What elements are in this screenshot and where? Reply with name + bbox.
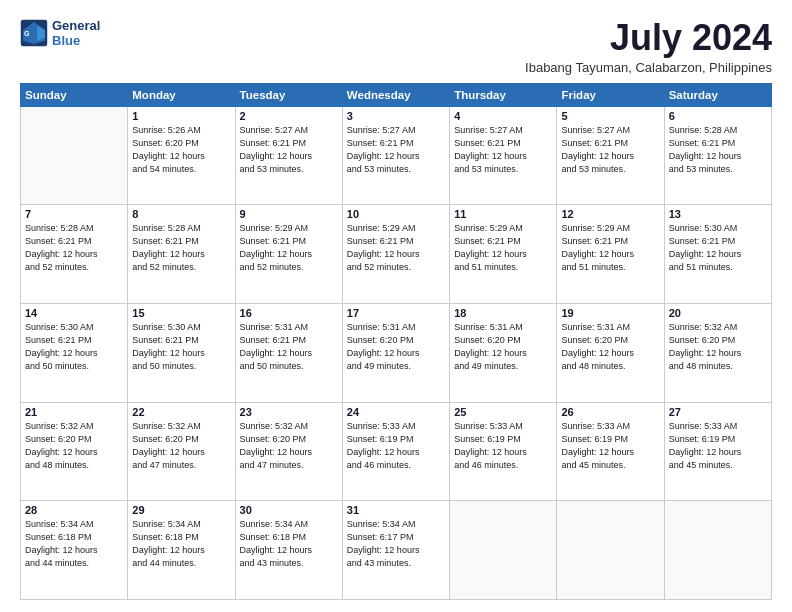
day-info: Sunrise: 5:33 AM Sunset: 6:19 PM Dayligh… bbox=[669, 420, 767, 472]
calendar-header-saturday: Saturday bbox=[664, 83, 771, 106]
day-info: Sunrise: 5:28 AM Sunset: 6:21 PM Dayligh… bbox=[669, 124, 767, 176]
logo-icon: G bbox=[20, 19, 48, 47]
day-info: Sunrise: 5:27 AM Sunset: 6:21 PM Dayligh… bbox=[347, 124, 445, 176]
day-number: 17 bbox=[347, 307, 445, 319]
day-number: 6 bbox=[669, 110, 767, 122]
day-info: Sunrise: 5:32 AM Sunset: 6:20 PM Dayligh… bbox=[669, 321, 767, 373]
calendar-cell: 1Sunrise: 5:26 AM Sunset: 6:20 PM Daylig… bbox=[128, 106, 235, 205]
day-info: Sunrise: 5:34 AM Sunset: 6:18 PM Dayligh… bbox=[25, 518, 123, 570]
day-number: 30 bbox=[240, 504, 338, 516]
calendar-cell bbox=[557, 501, 664, 600]
day-number: 3 bbox=[347, 110, 445, 122]
calendar-header-row: SundayMondayTuesdayWednesdayThursdayFrid… bbox=[21, 83, 772, 106]
calendar-cell: 11Sunrise: 5:29 AM Sunset: 6:21 PM Dayli… bbox=[450, 205, 557, 304]
day-info: Sunrise: 5:32 AM Sunset: 6:20 PM Dayligh… bbox=[132, 420, 230, 472]
calendar-cell: 20Sunrise: 5:32 AM Sunset: 6:20 PM Dayli… bbox=[664, 303, 771, 402]
day-info: Sunrise: 5:28 AM Sunset: 6:21 PM Dayligh… bbox=[25, 222, 123, 274]
day-number: 5 bbox=[561, 110, 659, 122]
calendar-week-row-5: 28Sunrise: 5:34 AM Sunset: 6:18 PM Dayli… bbox=[21, 501, 772, 600]
calendar-header-tuesday: Tuesday bbox=[235, 83, 342, 106]
day-number: 15 bbox=[132, 307, 230, 319]
calendar-week-row-1: 1Sunrise: 5:26 AM Sunset: 6:20 PM Daylig… bbox=[21, 106, 772, 205]
day-number: 11 bbox=[454, 208, 552, 220]
calendar-cell: 10Sunrise: 5:29 AM Sunset: 6:21 PM Dayli… bbox=[342, 205, 449, 304]
calendar-cell: 23Sunrise: 5:32 AM Sunset: 6:20 PM Dayli… bbox=[235, 402, 342, 501]
calendar-cell: 8Sunrise: 5:28 AM Sunset: 6:21 PM Daylig… bbox=[128, 205, 235, 304]
day-number: 8 bbox=[132, 208, 230, 220]
day-number: 2 bbox=[240, 110, 338, 122]
calendar-header-thursday: Thursday bbox=[450, 83, 557, 106]
calendar-cell: 19Sunrise: 5:31 AM Sunset: 6:20 PM Dayli… bbox=[557, 303, 664, 402]
day-number: 14 bbox=[25, 307, 123, 319]
day-info: Sunrise: 5:28 AM Sunset: 6:21 PM Dayligh… bbox=[132, 222, 230, 274]
day-number: 10 bbox=[347, 208, 445, 220]
logo-text: General Blue bbox=[52, 18, 100, 48]
day-number: 26 bbox=[561, 406, 659, 418]
day-number: 29 bbox=[132, 504, 230, 516]
day-number: 19 bbox=[561, 307, 659, 319]
day-number: 16 bbox=[240, 307, 338, 319]
calendar-cell: 15Sunrise: 5:30 AM Sunset: 6:21 PM Dayli… bbox=[128, 303, 235, 402]
calendar-week-row-2: 7Sunrise: 5:28 AM Sunset: 6:21 PM Daylig… bbox=[21, 205, 772, 304]
day-number: 18 bbox=[454, 307, 552, 319]
day-info: Sunrise: 5:27 AM Sunset: 6:21 PM Dayligh… bbox=[240, 124, 338, 176]
day-info: Sunrise: 5:34 AM Sunset: 6:18 PM Dayligh… bbox=[132, 518, 230, 570]
calendar-cell: 5Sunrise: 5:27 AM Sunset: 6:21 PM Daylig… bbox=[557, 106, 664, 205]
calendar-cell: 26Sunrise: 5:33 AM Sunset: 6:19 PM Dayli… bbox=[557, 402, 664, 501]
calendar-cell bbox=[664, 501, 771, 600]
day-number: 7 bbox=[25, 208, 123, 220]
day-number: 1 bbox=[132, 110, 230, 122]
title-block: July 2024 Ibabang Tayuman, Calabarzon, P… bbox=[525, 18, 772, 75]
subtitle: Ibabang Tayuman, Calabarzon, Philippines bbox=[525, 60, 772, 75]
day-info: Sunrise: 5:31 AM Sunset: 6:20 PM Dayligh… bbox=[347, 321, 445, 373]
calendar-cell: 7Sunrise: 5:28 AM Sunset: 6:21 PM Daylig… bbox=[21, 205, 128, 304]
day-number: 20 bbox=[669, 307, 767, 319]
calendar-cell: 14Sunrise: 5:30 AM Sunset: 6:21 PM Dayli… bbox=[21, 303, 128, 402]
day-number: 21 bbox=[25, 406, 123, 418]
calendar-cell bbox=[450, 501, 557, 600]
calendar-cell: 27Sunrise: 5:33 AM Sunset: 6:19 PM Dayli… bbox=[664, 402, 771, 501]
day-number: 12 bbox=[561, 208, 659, 220]
day-info: Sunrise: 5:31 AM Sunset: 6:21 PM Dayligh… bbox=[240, 321, 338, 373]
day-info: Sunrise: 5:33 AM Sunset: 6:19 PM Dayligh… bbox=[347, 420, 445, 472]
calendar-header-sunday: Sunday bbox=[21, 83, 128, 106]
calendar-cell: 2Sunrise: 5:27 AM Sunset: 6:21 PM Daylig… bbox=[235, 106, 342, 205]
calendar-cell: 9Sunrise: 5:29 AM Sunset: 6:21 PM Daylig… bbox=[235, 205, 342, 304]
day-info: Sunrise: 5:27 AM Sunset: 6:21 PM Dayligh… bbox=[561, 124, 659, 176]
day-info: Sunrise: 5:34 AM Sunset: 6:18 PM Dayligh… bbox=[240, 518, 338, 570]
day-number: 24 bbox=[347, 406, 445, 418]
calendar-cell: 17Sunrise: 5:31 AM Sunset: 6:20 PM Dayli… bbox=[342, 303, 449, 402]
calendar-cell: 22Sunrise: 5:32 AM Sunset: 6:20 PM Dayli… bbox=[128, 402, 235, 501]
day-info: Sunrise: 5:30 AM Sunset: 6:21 PM Dayligh… bbox=[25, 321, 123, 373]
calendar-header-friday: Friday bbox=[557, 83, 664, 106]
day-info: Sunrise: 5:31 AM Sunset: 6:20 PM Dayligh… bbox=[561, 321, 659, 373]
calendar-cell: 4Sunrise: 5:27 AM Sunset: 6:21 PM Daylig… bbox=[450, 106, 557, 205]
calendar-header-wednesday: Wednesday bbox=[342, 83, 449, 106]
day-info: Sunrise: 5:30 AM Sunset: 6:21 PM Dayligh… bbox=[132, 321, 230, 373]
day-info: Sunrise: 5:26 AM Sunset: 6:20 PM Dayligh… bbox=[132, 124, 230, 176]
day-number: 27 bbox=[669, 406, 767, 418]
calendar-cell: 30Sunrise: 5:34 AM Sunset: 6:18 PM Dayli… bbox=[235, 501, 342, 600]
day-info: Sunrise: 5:30 AM Sunset: 6:21 PM Dayligh… bbox=[669, 222, 767, 274]
day-number: 9 bbox=[240, 208, 338, 220]
logo: G General Blue bbox=[20, 18, 100, 48]
day-info: Sunrise: 5:33 AM Sunset: 6:19 PM Dayligh… bbox=[454, 420, 552, 472]
calendar-cell: 12Sunrise: 5:29 AM Sunset: 6:21 PM Dayli… bbox=[557, 205, 664, 304]
calendar-cell: 13Sunrise: 5:30 AM Sunset: 6:21 PM Dayli… bbox=[664, 205, 771, 304]
calendar-header-monday: Monday bbox=[128, 83, 235, 106]
day-info: Sunrise: 5:29 AM Sunset: 6:21 PM Dayligh… bbox=[240, 222, 338, 274]
day-number: 23 bbox=[240, 406, 338, 418]
day-info: Sunrise: 5:29 AM Sunset: 6:21 PM Dayligh… bbox=[561, 222, 659, 274]
day-number: 31 bbox=[347, 504, 445, 516]
calendar-week-row-4: 21Sunrise: 5:32 AM Sunset: 6:20 PM Dayli… bbox=[21, 402, 772, 501]
calendar-cell: 16Sunrise: 5:31 AM Sunset: 6:21 PM Dayli… bbox=[235, 303, 342, 402]
calendar-cell: 31Sunrise: 5:34 AM Sunset: 6:17 PM Dayli… bbox=[342, 501, 449, 600]
calendar-cell: 28Sunrise: 5:34 AM Sunset: 6:18 PM Dayli… bbox=[21, 501, 128, 600]
calendar-week-row-3: 14Sunrise: 5:30 AM Sunset: 6:21 PM Dayli… bbox=[21, 303, 772, 402]
day-info: Sunrise: 5:31 AM Sunset: 6:20 PM Dayligh… bbox=[454, 321, 552, 373]
calendar-cell: 21Sunrise: 5:32 AM Sunset: 6:20 PM Dayli… bbox=[21, 402, 128, 501]
day-number: 13 bbox=[669, 208, 767, 220]
day-info: Sunrise: 5:34 AM Sunset: 6:17 PM Dayligh… bbox=[347, 518, 445, 570]
calendar-cell: 6Sunrise: 5:28 AM Sunset: 6:21 PM Daylig… bbox=[664, 106, 771, 205]
calendar-cell: 24Sunrise: 5:33 AM Sunset: 6:19 PM Dayli… bbox=[342, 402, 449, 501]
